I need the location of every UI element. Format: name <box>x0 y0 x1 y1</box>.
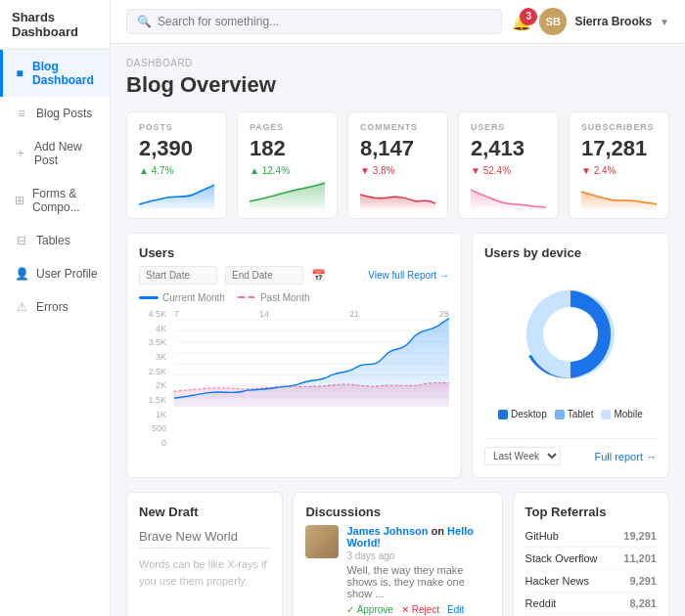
list-icon: ≡ <box>15 107 28 120</box>
stat-change: ▼ 3.8% <box>360 165 435 176</box>
discussion-time-1: 3 days ago <box>346 550 489 561</box>
edit-button-1[interactable]: Edit <box>447 604 464 615</box>
stats-row: POSTS 2,390 ▲ 4.7% PAGES 182 ▲ 12.4% <box>126 111 669 219</box>
discussion-content-1: James Johnson on Hello World! 3 days ago… <box>346 525 489 615</box>
stat-change: ▲ 4.7% <box>139 165 214 176</box>
discussion-text-1: Well, the way they make shows is, they m… <box>346 564 489 599</box>
avatar: SB <box>539 8 567 35</box>
stat-label: SUBSCRIBERS <box>581 122 657 132</box>
warning-icon: ⚠ <box>15 300 28 314</box>
sidebar-item-tables[interactable]: ⊟ Tables <box>0 224 110 257</box>
draft-title-input[interactable] <box>139 525 270 549</box>
stat-card-users: USERS 2,413 ▼ 52.4% <box>458 111 559 219</box>
discussion-actions-1: ✓ Approve ✕ Reject Edit <box>346 604 489 615</box>
users-by-device-title: Users by device <box>484 245 657 260</box>
page-title: Blog Overview <box>126 72 669 98</box>
pie-chart-svg <box>512 276 629 393</box>
sidebar-item-add-new-post[interactable]: + Add New Post <box>0 130 110 177</box>
reject-button-1[interactable]: ✕ Reject <box>401 604 439 615</box>
approve-button-1[interactable]: ✓ Approve <box>346 604 392 615</box>
new-draft-card: New Draft Words can be like X-rays if yo… <box>126 492 283 616</box>
referral-item: Hacker News 9,291 <box>525 570 657 593</box>
legend-current: Current Month <box>139 292 225 303</box>
user-name: Sierra Brooks <box>574 15 652 28</box>
mobile-dot <box>601 410 611 419</box>
sparkline-svg <box>250 180 325 209</box>
dropdown-arrow-icon[interactable]: ▼ <box>660 17 669 27</box>
notifications[interactable]: 🔔 3 <box>512 13 531 31</box>
search-input[interactable] <box>158 15 491 28</box>
add-icon: + <box>15 147 26 160</box>
end-date-input[interactable] <box>225 266 303 285</box>
desktop-legend: Desktop <box>498 409 547 419</box>
discussions-title: Discussions <box>305 505 489 519</box>
stat-label: POSTS <box>139 122 214 132</box>
y-axis: 4.5K4K3.5K3K2.5K2K1.5K1K5000 <box>139 309 170 448</box>
sidebar-label: Forms & Compo... <box>32 187 98 214</box>
full-report-link[interactable]: Full report → <box>594 451 657 462</box>
charts-row: Users 📅 View full Report → Current Month… <box>126 233 669 478</box>
stat-value: 182 <box>250 136 325 161</box>
search-box[interactable]: 🔍 <box>126 9 502 34</box>
search-icon: 🔍 <box>137 15 152 28</box>
app-logo: Shards Dashboard <box>0 0 110 50</box>
stat-card-subscribers: SUBSCRIBERS 17,281 ▼ 2.4% <box>569 111 669 219</box>
sidebar-label: User Profile <box>36 267 98 281</box>
topbar-right: 🔔 3 SB Sierra Brooks ▼ <box>512 8 669 35</box>
stat-value: 2,390 <box>139 136 214 161</box>
past-month-dot <box>237 296 256 299</box>
chart-legend: Current Month Past Month <box>139 292 449 303</box>
referral-name: Stack Overflow <box>525 552 598 564</box>
breadcrumb: DASHBOARD <box>126 58 669 68</box>
sidebar-item-blog-posts[interactable]: ≡ Blog Posts <box>0 97 110 130</box>
svg-point-11 <box>543 307 598 362</box>
stat-change: ▼ 52.4% <box>471 165 546 176</box>
stat-value: 8,147 <box>360 136 435 161</box>
discussions-card: Discussions James Johnson on Hello World… <box>293 492 502 616</box>
stat-label: COMMENTS <box>360 122 435 132</box>
sparkline-svg <box>471 180 546 209</box>
referral-name: GitHub <box>525 530 559 542</box>
referral-count: 11,201 <box>623 552 657 564</box>
stat-change: ▼ 2.4% <box>581 165 657 176</box>
table-icon: ⊟ <box>15 234 28 247</box>
legend-past: Past Month <box>237 292 310 303</box>
tablet-legend: Tablet <box>555 409 594 419</box>
calendar-icon: 📅 <box>311 269 326 283</box>
sparkline-svg <box>360 180 435 209</box>
current-month-dot <box>139 296 159 299</box>
sparkline-svg <box>139 180 214 209</box>
pie-footer: Last Week Full report → <box>484 438 657 465</box>
new-draft-title: New Draft <box>139 505 270 519</box>
stat-card-comments: COMMENTS 8,147 ▼ 3.8% <box>347 111 448 219</box>
period-select[interactable]: Last Week <box>484 447 561 465</box>
referral-item: Stack Overflow 11,201 <box>525 548 657 570</box>
discussion-avatar-1 <box>305 525 339 558</box>
view-full-report-link[interactable]: View full Report → <box>368 270 449 281</box>
line-chart-svg <box>174 309 449 407</box>
desktop-dot <box>498 410 508 419</box>
chart-controls: 📅 View full Report → <box>139 266 449 285</box>
grid-icon: ⊞ <box>15 194 24 207</box>
referral-item: Reddit 8,281 <box>525 593 657 615</box>
users-by-device-card: Users by device <box>472 233 669 478</box>
start-date-input[interactable] <box>139 266 217 285</box>
referral-item: GitHub 19,291 <box>525 525 657 548</box>
dashboard-icon: ■ <box>15 66 24 80</box>
users-chart-title: Users <box>139 245 449 260</box>
sidebar-label: Blog Dashboard <box>32 60 98 87</box>
users-chart-card: Users 📅 View full Report → Current Month… <box>126 233 462 478</box>
discussion-author-1: James Johnson on Hello World! <box>346 525 489 549</box>
mobile-legend: Mobile <box>601 409 642 419</box>
sparkline-svg <box>581 180 657 209</box>
top-referrals-card: Top Referrals GitHub 19,291 Stack Overfl… <box>513 492 669 616</box>
referral-count: 9,291 <box>629 575 657 587</box>
sidebar-item-user-profile[interactable]: 👤 User Profile <box>0 257 110 290</box>
sidebar-item-errors[interactable]: ⚠ Errors <box>0 290 110 324</box>
sidebar: Shards Dashboard ■ Blog Dashboard ≡ Blog… <box>0 0 111 616</box>
sidebar-item-blog-dashboard[interactable]: ■ Blog Dashboard <box>0 50 110 97</box>
referrals-title: Top Referrals <box>525 505 657 519</box>
user-icon: 👤 <box>15 267 28 281</box>
sidebar-item-forms[interactable]: ⊞ Forms & Compo... <box>0 177 110 224</box>
pie-chart-container <box>484 276 657 393</box>
